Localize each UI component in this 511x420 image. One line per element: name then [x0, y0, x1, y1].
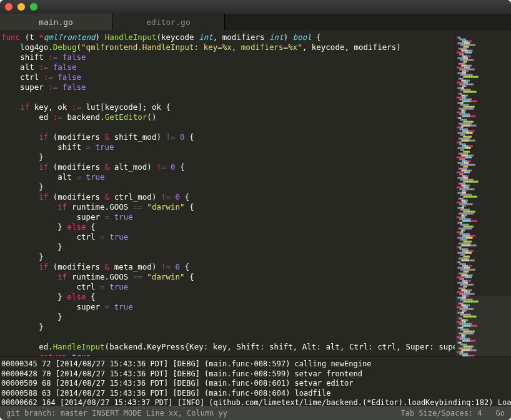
- tab-main-go[interactable]: main.go: [0, 14, 112, 30]
- minimap[interactable]: ████ ███████ ██████████ █████████████ ██…: [455, 30, 511, 356]
- status-tabsize[interactable]: Tab Size/Spaces: 4: [401, 409, 482, 418]
- tab-bar: main.go editor.go: [0, 14, 511, 30]
- titlebar: [0, 0, 511, 14]
- tab-editor-go[interactable]: editor.go: [112, 14, 225, 30]
- code-editor[interactable]: func (t *qmlfrontend) HandleInput(keycod…: [0, 30, 455, 356]
- close-icon[interactable]: [5, 3, 12, 11]
- status-bar: git branch: master INSERT MODE Line xx, …: [0, 406, 511, 420]
- tab-label: editor.go: [146, 17, 190, 27]
- minimap-viewport[interactable]: [455, 296, 511, 356]
- status-right: Tab Size/Spaces: 4 Go: [401, 409, 505, 418]
- console-panel[interactable]: 00000345 72 [2014/08/27 15:43:36 PDT] [D…: [0, 356, 511, 406]
- status-left: git branch: master INSERT MODE Line xx, …: [6, 409, 227, 418]
- editor-window: main.go editor.go func (t *qmlfrontend) …: [0, 0, 511, 420]
- tab-label: main.go: [39, 17, 73, 27]
- status-language[interactable]: Go: [496, 409, 505, 418]
- main-area: func (t *qmlfrontend) HandleInput(keycod…: [0, 30, 511, 356]
- minimize-icon[interactable]: [17, 3, 25, 11]
- zoom-icon[interactable]: [30, 3, 37, 11]
